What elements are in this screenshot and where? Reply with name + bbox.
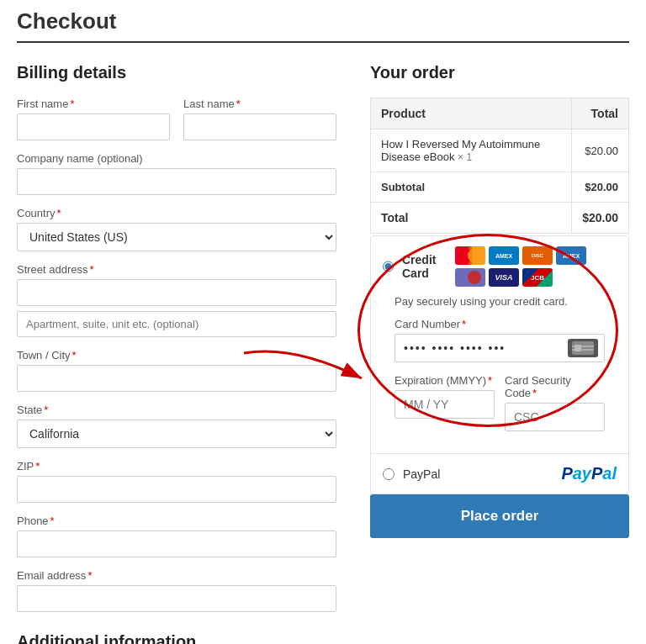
visa-icon: VISA [489,268,519,287]
billing-section: Billing details First name* Last name* C… [17,63,336,644]
company-input[interactable] [17,168,336,195]
phone-input[interactable] [17,531,336,557]
order-table: Product Total How I Reversed My Autoimmu… [370,98,629,234]
country-label: Country* [17,207,336,219]
expiry-input[interactable] [394,390,495,419]
state-label: State* [17,404,336,416]
email-group: Email address* [17,569,336,612]
place-order-button[interactable]: Place order [370,494,629,538]
card-number-group: Card Number* [394,318,605,362]
last-name-input[interactable] [183,113,336,140]
expiry-label: Expiration (MMYY)* [394,374,495,387]
street-input[interactable] [17,279,336,306]
country-select[interactable]: United States (US) [17,223,336,251]
city-label: Town / City* [17,349,336,362]
product-col-header: Product [371,98,572,129]
state-select[interactable]: California [17,420,336,448]
first-name-label: First name* [17,98,170,110]
card-chip-icon [568,339,598,357]
payment-box: Credit Card AMEX [370,235,629,494]
csc-input[interactable] [505,403,605,431]
page-title: Checkout [17,8,629,34]
total-value: $20.00 [572,203,629,234]
amex-icon: AMEX [489,246,519,265]
order-section: Your order Product Total How I Reversed … [370,63,629,538]
total-col-header: Total [572,98,629,129]
credit-card-radio[interactable] [383,261,394,272]
city-input[interactable] [17,365,336,392]
company-group: Company name (optional) [17,152,336,195]
country-group: Country* United States (US) [17,207,336,251]
zip-group: ZIP* [17,460,336,503]
total-row: Total $20.00 [371,203,629,234]
street-group: Street address* [17,263,336,337]
paypal-option: PayPal PayPal [371,454,628,494]
last-name-label: Last name* [183,98,336,110]
subtotal-row: Subtotal $20.00 [371,172,629,203]
zip-input[interactable] [17,476,336,503]
city-group: Town / City* [17,349,336,392]
card-icons: AMEX DISC AMEX [455,246,617,287]
street-label: Street address* [17,263,336,276]
credit-card-option: Credit Card AMEX [371,236,628,454]
apartment-input[interactable] [17,311,336,337]
order-section-title: Your order [370,63,629,82]
paypal-logo: PayPal [561,464,617,483]
company-label: Company name (optional) [17,152,336,165]
csc-group: Card Security Code* [505,374,605,431]
phone-label: Phone* [17,515,336,527]
svg-rect-6 [575,345,581,351]
expiry-group: Expiration (MMYY)* [394,374,495,431]
svg-point-4 [468,271,481,284]
email-input[interactable] [17,585,336,612]
additional-section-title: Additional information [17,632,336,644]
paypal-radio[interactable] [383,468,394,480]
order-item-name: How I Reversed My Autoimmune Disease eBo… [371,129,572,172]
svg-point-2 [468,249,481,262]
csc-label: Card Security Code* [505,374,605,399]
jcb-icon: JCB [522,268,553,287]
last-name-group: Last name* [183,98,336,140]
credit-card-description: Pay securely using your credit card. [394,295,605,308]
subtotal-label: Subtotal [371,172,572,203]
total-label: Total [371,203,572,234]
first-name-group: First name* [17,98,170,140]
card-number-wrapper [394,334,605,362]
email-label: Email address* [17,569,336,582]
state-group: State* California [17,404,336,448]
zip-label: ZIP* [17,460,336,472]
discover-icon: DISC [522,246,553,265]
paypal-label: PayPal [403,467,440,481]
order-item-row: How I Reversed My Autoimmune Disease eBo… [371,129,629,172]
card-number-label: Card Number* [394,318,605,330]
maestro-icon [455,268,485,287]
billing-section-title: Billing details [17,63,336,82]
amex2-icon: AMEX [556,246,586,265]
phone-group: Phone* [17,515,336,557]
subtotal-value: $20.00 [572,172,629,203]
first-name-input[interactable] [17,113,170,140]
additional-section: Additional information Order notes (opti… [17,632,336,644]
mastercard-icon [455,246,485,265]
credit-card-label: Credit Card [402,253,447,280]
order-item-price: $20.00 [572,129,629,172]
